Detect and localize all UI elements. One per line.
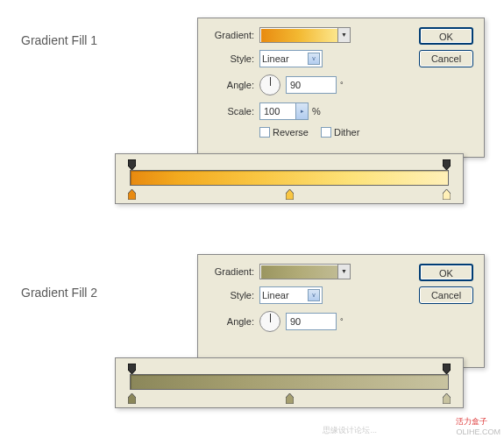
- percent-symbol: %: [312, 106, 321, 117]
- ok-button[interactable]: OK: [419, 27, 473, 45]
- svg-marker-7: [128, 393, 136, 404]
- watermark: 活力盒子 OLIHE.COM: [456, 416, 500, 436]
- color-stop-left[interactable]: [128, 189, 136, 200]
- gradient-fill-dialog-2: OK Cancel Gradient: ▼ Style: Linear v An…: [197, 254, 485, 368]
- style-label: Style:: [209, 290, 254, 300]
- gradient-dropdown-arrow[interactable]: ▼: [338, 27, 351, 43]
- degree-symbol: °: [340, 317, 344, 326]
- chevron-down-icon: v: [308, 53, 320, 65]
- svg-marker-8: [286, 393, 294, 404]
- style-select[interactable]: Linear v: [259, 286, 323, 304]
- gradient-editor-1: [115, 153, 464, 204]
- gradient-editor-2: [115, 357, 464, 408]
- gradient-dropdown-arrow[interactable]: ▼: [338, 264, 351, 279]
- style-select[interactable]: Linear v: [259, 50, 323, 67]
- reverse-label: Reverse: [273, 127, 309, 138]
- gradient-bar-1[interactable]: [130, 170, 449, 186]
- color-stop-mid[interactable]: [286, 393, 294, 404]
- degree-symbol: °: [340, 81, 344, 89]
- svg-marker-6: [443, 364, 451, 374]
- chevron-right-icon[interactable]: ▸: [296, 102, 309, 120]
- svg-marker-1: [443, 159, 451, 170]
- dither-checkbox[interactable]: [321, 127, 331, 138]
- dialog-buttons-1: OK Cancel: [419, 27, 473, 73]
- section-title-2: Gradient Fill 2: [21, 286, 97, 300]
- svg-marker-9: [443, 393, 451, 404]
- section-title-1: Gradient Fill 1: [21, 33, 97, 47]
- opacity-stop-right[interactable]: [443, 159, 451, 170]
- angle-label: Angle:: [209, 80, 254, 90]
- gradient-picker[interactable]: [259, 27, 338, 43]
- gradient-label: Gradient:: [209, 30, 254, 40]
- color-stop-right[interactable]: [443, 393, 451, 404]
- gradient-bar-2[interactable]: [130, 374, 449, 390]
- watermark-cn: 思缘设计论坛...: [323, 425, 377, 436]
- angle-input[interactable]: 90: [286, 76, 337, 94]
- style-value: Linear: [262, 53, 289, 64]
- gradient-label: Gradient:: [209, 266, 254, 277]
- color-stop-left[interactable]: [128, 393, 136, 404]
- color-stop-right[interactable]: [443, 189, 451, 200]
- svg-marker-2: [128, 189, 136, 200]
- angle-dial[interactable]: [259, 74, 280, 95]
- ok-button[interactable]: OK: [419, 264, 473, 281]
- angle-label: Angle:: [209, 316, 254, 327]
- gradient-picker[interactable]: [259, 264, 338, 279]
- dither-label: Dither: [334, 127, 359, 138]
- opacity-stop-left[interactable]: [128, 159, 136, 170]
- svg-marker-3: [286, 189, 294, 200]
- color-stop-mid[interactable]: [286, 189, 294, 200]
- cancel-button[interactable]: Cancel: [419, 286, 473, 304]
- dialog-buttons-2: OK Cancel: [419, 264, 473, 309]
- reverse-checkbox[interactable]: [259, 127, 270, 138]
- scale-label: Scale:: [209, 106, 254, 117]
- style-value: Linear: [262, 290, 289, 300]
- style-label: Style:: [209, 53, 254, 64]
- gradient-fill-dialog-1: OK Cancel Gradient: ▼ Style: Linear v An…: [197, 18, 485, 158]
- svg-marker-0: [128, 159, 136, 170]
- chevron-down-icon: v: [308, 289, 320, 301]
- svg-marker-5: [128, 364, 136, 374]
- angle-dial[interactable]: [259, 311, 280, 332]
- scale-input[interactable]: 100: [259, 102, 296, 120]
- angle-input[interactable]: 90: [286, 313, 337, 330]
- opacity-stop-left[interactable]: [128, 364, 136, 374]
- cancel-button[interactable]: Cancel: [419, 50, 473, 67]
- opacity-stop-right[interactable]: [443, 364, 451, 374]
- svg-marker-4: [443, 189, 451, 200]
